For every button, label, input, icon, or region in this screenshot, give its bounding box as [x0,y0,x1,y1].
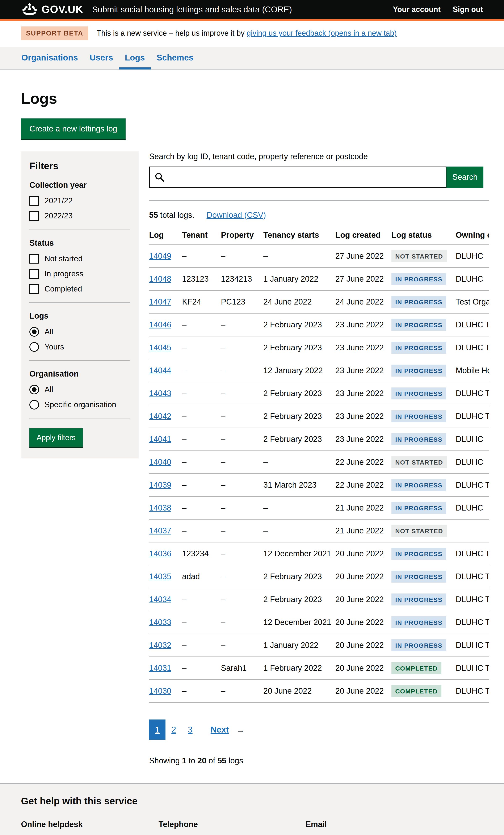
owning-organisation-cell: Test Organi [456,290,489,313]
feedback-link[interactable]: giving us your feedback (opens in a new … [247,29,397,37]
log-link[interactable]: 14031 [149,664,172,672]
summary-of-word: of [206,756,218,765]
filter-group-heading: Status [29,238,130,248]
table-row: 14039––31 March 202322 June 2022IN PROGR… [149,473,489,496]
status-badge: IN PROGRESS [391,616,446,628]
log-link[interactable]: 14042 [149,412,172,421]
log-link[interactable]: 14036 [149,549,172,558]
option-label: All [44,327,53,337]
radio-control[interactable] [29,400,39,409]
log-link[interactable]: 14030 [149,687,172,695]
checkbox-control[interactable] [29,196,39,206]
your-account-link[interactable]: Your account [393,5,441,15]
search-row: Search [149,166,483,188]
log-status-cell: NOT STARTED [391,451,456,473]
radio-option-all[interactable]: All [29,327,130,337]
tenant-cell: – [182,428,221,451]
tenancy-starts-cell: 12 December 2021 [263,611,335,634]
log-link[interactable]: 14040 [149,457,172,466]
download-csv-link[interactable]: Download (CSV) [207,210,266,220]
checkbox-control[interactable] [29,254,39,264]
total-count: 55 [149,211,158,220]
owning-organisation-cell: DLUHC [456,428,489,451]
royal-coat-of-arms-icon [426,832,469,835]
sign-out-link[interactable]: Sign out [453,5,483,15]
radio-option-all[interactable]: All [29,385,130,394]
log-link[interactable]: 14038 [149,503,172,512]
checkbox-control[interactable] [29,269,39,279]
tenancy-starts-cell: 20 June 2022 [263,679,335,702]
log-cell: 14048 [149,268,182,290]
pagination-page-3[interactable]: 3 [182,719,199,740]
radio-control[interactable] [29,342,39,352]
radio-option-specific-organisation[interactable]: Specific organisation [29,400,130,410]
tenancy-starts-cell: 2 February 2023 [263,405,335,428]
log-cell: 14030 [149,679,182,702]
status-badge: IN PROGRESS [391,571,446,583]
property-cell: – [221,359,263,382]
nav-tab-link-users[interactable]: Users [84,47,119,69]
radio-option-yours[interactable]: Yours [29,342,130,352]
filter-group-status: StatusNot startedIn progressCompleted [29,229,130,294]
pagination-page-2[interactable]: 2 [165,719,182,740]
table-row: 14035adad–2 February 202320 June 2022IN … [149,565,489,588]
log-created-cell: 20 June 2022 [335,565,391,588]
column-header-log: Log [149,230,182,245]
log-link[interactable]: 14033 [149,618,172,627]
tenancy-starts-cell: – [263,496,335,520]
tenant-cell: – [182,611,221,634]
search-input[interactable] [149,166,446,188]
tenant-cell: – [182,657,221,679]
search-button[interactable]: Search [446,166,483,188]
checkbox-option-2021-22[interactable]: 2021/22 [29,196,130,206]
pagination-next-link[interactable]: Next [205,719,235,740]
log-link[interactable]: 14037 [149,526,172,535]
checkbox-control[interactable] [29,211,39,221]
checkbox-option-2022-23[interactable]: 2022/23 [29,211,130,221]
tenancy-starts-cell: 2 February 2023 [263,428,335,451]
radio-control[interactable] [29,385,39,394]
tenant-cell: – [182,382,221,405]
pagination-page-1[interactable]: 1 [149,719,165,740]
log-link[interactable]: 14044 [149,366,172,375]
status-badge: COMPLETED [391,685,441,697]
log-link[interactable]: 14034 [149,595,172,604]
log-status-cell: IN PROGRESS [391,428,456,451]
owning-organisation-cell: Mobile Hou [456,359,489,382]
property-cell: 1234213 [221,268,263,290]
nav-tab-link-organisations[interactable]: Organisations [16,47,84,69]
summary-suffix: logs [226,756,243,765]
log-link[interactable]: 14045 [149,343,172,352]
log-link[interactable]: 14048 [149,274,172,283]
nav-tab-link-schemes[interactable]: Schemes [151,47,200,69]
checkbox-control[interactable] [29,284,39,294]
log-link[interactable]: 14039 [149,481,172,489]
checkbox-option-in-progress[interactable]: In progress [29,269,130,279]
checkbox-option-not-started[interactable]: Not started [29,254,130,264]
log-link[interactable]: 14047 [149,298,172,306]
govuk-logo[interactable]: GOV.UK [21,2,83,16]
log-link[interactable]: 14041 [149,435,172,444]
checkbox-option-completed[interactable]: Completed [29,284,130,294]
service-name[interactable]: Submit social housing lettings and sales… [92,4,292,15]
nav-tab-link-logs[interactable]: Logs [119,47,151,69]
log-cell: 14049 [149,245,182,268]
footer-crest-block: © Crown copyright [425,832,471,835]
log-cell: 14040 [149,451,182,473]
log-link[interactable]: 14032 [149,641,172,650]
log-link[interactable]: 14035 [149,572,172,581]
status-badge: IN PROGRESS [391,433,446,445]
status-badge: IN PROGRESS [391,273,446,285]
apply-filters-button[interactable]: Apply filters [29,428,83,447]
create-lettings-log-button[interactable]: Create a new lettings log [21,119,126,139]
log-link[interactable]: 14043 [149,389,172,398]
log-link[interactable]: 14046 [149,320,172,329]
tenant-cell: adad [182,565,221,588]
log-link[interactable]: 14049 [149,251,172,260]
radio-control[interactable] [29,327,39,337]
tenancy-starts-cell: – [263,520,335,542]
tenant-cell: – [182,336,221,359]
beta-tag: SUPPORT BETA [21,26,88,40]
owning-organisation-cell: DLUHC [456,451,489,473]
total-suffix: total logs. [158,211,194,220]
